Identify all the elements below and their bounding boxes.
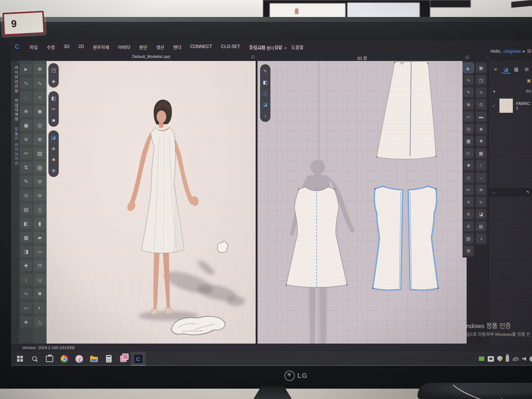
elastic-band-icon[interactable]: ≋ xyxy=(476,185,486,195)
curve-measure-icon[interactable]: ∿ xyxy=(20,288,32,299)
add-fabric-icon[interactable]: ▣ xyxy=(527,78,531,83)
edge-tray-icon[interactable] xyxy=(529,356,532,362)
plunger-icon[interactable]: ◐ xyxy=(34,302,46,313)
menu-avatar[interactable]: 아바타 xyxy=(118,44,130,50)
float-panel-icon[interactable]: ◱ xyxy=(466,55,469,59)
fabric-list-item[interactable]: ✓ FABRIC 1 xyxy=(489,97,532,114)
fit-garment-icon[interactable]: ◈ xyxy=(50,77,58,85)
iron-icon[interactable]: ▬ xyxy=(476,112,486,122)
bundle-icon[interactable]: ▤ xyxy=(476,221,486,231)
trim-icon[interactable]: ▮ xyxy=(34,218,46,229)
usb-tray-icon[interactable] xyxy=(506,356,509,362)
restore-down-icon[interactable]: ↘ xyxy=(277,45,281,50)
3d-viewport[interactable]: ◳◈ ◧✂☻ ◪◆☻⊕ xyxy=(47,61,256,344)
avatar-pose-icon[interactable]: ✻ xyxy=(34,64,46,75)
menu-2d[interactable]: 2D xyxy=(78,44,84,50)
fabric-2d-icon[interactable]: ◪ xyxy=(261,100,269,108)
edit-sewing-icon[interactable]: ◳ xyxy=(476,75,486,85)
free-sewing-icon[interactable]: ∿ xyxy=(476,87,486,97)
seam-length-icon[interactable]: ≋ xyxy=(20,134,32,145)
menu-clo-set[interactable]: CLO-SET xyxy=(221,44,240,50)
segment-sew-icon[interactable]: ∿ xyxy=(34,78,46,89)
patch-icon[interactable]: ✚ xyxy=(476,136,486,146)
pleats-icon[interactable]: ▤ xyxy=(463,233,474,243)
detail-sewing-icon[interactable]: ⊙ xyxy=(476,99,486,109)
volume-muted-tray-icon[interactable] xyxy=(522,357,526,361)
vest-icon[interactable]: ◧ xyxy=(20,218,32,229)
jacket-icon[interactable]: ◨ xyxy=(20,246,32,257)
object-list-icon[interactable]: ≡ xyxy=(491,65,500,74)
lasso-select-icon[interactable]: ◌ xyxy=(20,92,32,103)
select-arrow-icon[interactable]: ► xyxy=(20,64,32,75)
buttonhole-icon[interactable]: ⊘ xyxy=(34,176,46,187)
fabric-view-icon[interactable]: ◪ xyxy=(50,133,58,141)
fabric-check-icon[interactable]: ✓ xyxy=(492,103,496,109)
misc-tool-icon[interactable]: ◑ xyxy=(476,233,486,243)
hand-pan-icon[interactable]: ∿ xyxy=(20,78,32,89)
sew-machine-icon[interactable]: ▣ xyxy=(476,63,486,73)
edit-sew-icon[interactable]: ◉ xyxy=(34,106,46,117)
pin-tool-icon[interactable]: ⊕ xyxy=(20,106,32,117)
menu-3d[interactable]: 3D xyxy=(64,44,69,50)
security-tray-icon[interactable] xyxy=(497,356,502,362)
menu-materials[interactable]: 원부자재 xyxy=(93,44,109,50)
tape-measure-icon[interactable]: ▭ xyxy=(20,302,32,313)
info-icon[interactable]: ⓘ xyxy=(261,89,269,97)
slash-line-icon[interactable]: ∕ xyxy=(476,160,486,170)
panel-arrow-left-icon[interactable]: → xyxy=(492,190,496,194)
garment-pieces-icon[interactable]: ▦ xyxy=(20,232,32,243)
edit-point-icon[interactable]: ✎ xyxy=(463,87,474,97)
fabric-swatch-icon[interactable]: ◪ xyxy=(476,209,486,219)
menu-file[interactable]: 파일 xyxy=(30,44,38,50)
zipper-puller-icon[interactable]: ▯ xyxy=(34,204,46,215)
wadding-icon[interactable]: ▱ xyxy=(34,246,46,257)
expand-triangle-icon[interactable]: ▾ xyxy=(493,89,495,93)
polygon-pattern-icon[interactable]: ▷ xyxy=(463,148,474,158)
shirring-icon[interactable]: ∿ xyxy=(476,197,486,207)
dock-tab-modular[interactable]: 모듈러 라이브러리 xyxy=(11,127,19,166)
free-sew-icon[interactable]: ≈ xyxy=(34,92,46,103)
checker-preview-icon[interactable]: ▩ xyxy=(476,148,486,158)
move-dash-icon[interactable]: → xyxy=(476,173,486,183)
trace-icon[interactable]: ◇ xyxy=(463,173,474,183)
pen-icon[interactable]: ✎ xyxy=(20,176,32,187)
menu-fabric[interactable]: 원단 xyxy=(139,44,147,50)
menu-render[interactable]: 렌더 xyxy=(173,44,181,50)
sewing-machine-icon[interactable]: ▣ xyxy=(20,120,32,131)
edit-pattern-icon[interactable]: ✎ xyxy=(261,67,269,75)
rotate-icon[interactable]: ⊙ xyxy=(20,190,32,201)
graphic-tab-icon[interactable]: ▦ xyxy=(512,65,521,74)
world-globe-icon[interactable]: ⊕ xyxy=(50,167,58,174)
text-style-icon[interactable]: A xyxy=(463,221,474,231)
schematic-render-tab[interactable]: 도식화 렌더 ↘ × xyxy=(250,44,290,52)
surface-view-icon[interactable]: ◆ xyxy=(50,144,58,152)
fabric-tab-icon[interactable]: ◪ xyxy=(501,65,511,74)
glove-object[interactable] xyxy=(218,241,228,252)
add-point-icon[interactable]: ⊕ xyxy=(463,99,474,109)
search-button[interactable] xyxy=(27,352,42,366)
file-explorer-icon[interactable] xyxy=(86,352,101,366)
dart-icon[interactable]: ▦ xyxy=(463,136,474,146)
shirt-fit-icon[interactable]: ◈ xyxy=(476,124,486,134)
button-tab-icon[interactable]: ⊞ xyxy=(522,65,531,74)
height-adjust-icon[interactable]: ↕ xyxy=(20,274,32,285)
bonding-icon[interactable]: ⊓ xyxy=(34,260,46,271)
dock-tab-history[interactable]: 작업내역창 xyxy=(11,99,19,122)
edit-curvature-icon[interactable]: ∿ xyxy=(463,75,474,85)
menu-help[interactable]: 도움말 xyxy=(291,44,303,50)
dock-window-icon[interactable]: ◱ xyxy=(251,55,255,59)
rect-pattern-icon[interactable]: ▭ xyxy=(463,112,474,122)
cylinder-icon[interactable]: ✖ xyxy=(34,288,46,299)
hanger-icon[interactable]: ⊔ xyxy=(34,274,46,285)
cut-sew-icon[interactable]: ✂ xyxy=(463,185,474,195)
glove-icon[interactable]: ⊛ xyxy=(34,134,46,145)
add-garment-icon[interactable]: ✚ xyxy=(20,260,32,271)
checker-garment-icon[interactable]: ▧ xyxy=(34,148,46,159)
capture-app-icon[interactable] xyxy=(116,352,131,366)
dock-tab-library[interactable]: 라이브러리창 xyxy=(11,66,19,93)
cross-point-icon[interactable]: ✚ xyxy=(463,160,474,170)
close-icon[interactable]: × xyxy=(284,46,286,50)
padding-icon[interactable]: ▰ xyxy=(34,232,46,243)
menu-connect[interactable]: CONNECT xyxy=(190,44,212,50)
panel-divider[interactable]: → ↰ xyxy=(489,188,532,197)
